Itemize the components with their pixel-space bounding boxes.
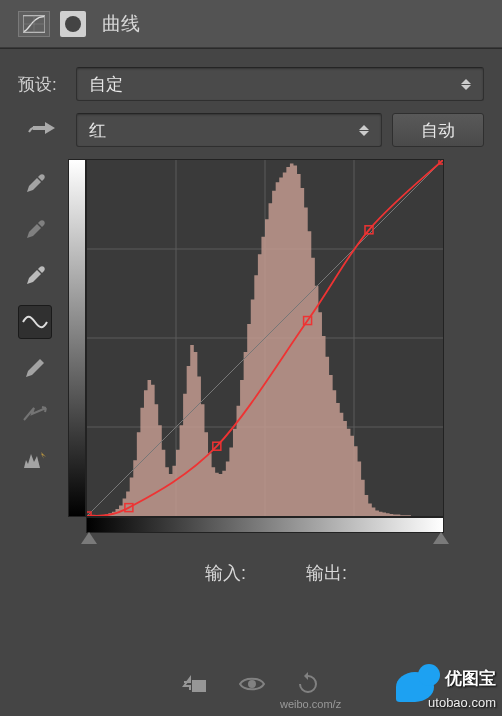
channel-dropdown[interactable]: 红: [76, 113, 382, 147]
input-label: 输入:: [205, 561, 246, 585]
curves-panel-icon: [18, 11, 50, 37]
curves-graph[interactable]: [86, 159, 444, 517]
histogram-clip-icon[interactable]: [18, 443, 52, 477]
chevron-updown-icon: [359, 122, 371, 138]
black-point-slider[interactable]: [81, 532, 97, 544]
preset-label: 预设:: [18, 73, 66, 96]
svg-point-17: [248, 680, 256, 688]
eyedropper-black-icon[interactable]: [18, 167, 52, 201]
panel-title: 曲线: [102, 11, 140, 37]
preset-value: 自定: [89, 73, 123, 96]
visibility-icon[interactable]: [238, 675, 266, 697]
output-gradient: [68, 159, 86, 517]
reset-icon[interactable]: [296, 672, 320, 700]
auto-button[interactable]: 自动: [392, 113, 484, 147]
watermark: 优图宝 utobao.com: [382, 661, 502, 716]
eyedropper-gray-icon[interactable]: [18, 213, 52, 247]
targeted-adjustment-icon[interactable]: [18, 118, 66, 142]
eyedropper-white-icon[interactable]: [18, 259, 52, 293]
svg-rect-16: [192, 680, 206, 692]
smooth-tool-icon[interactable]: [18, 397, 52, 431]
output-label: 输出:: [306, 561, 347, 585]
adjustment-layer-icon: [60, 11, 86, 37]
clip-to-layer-icon[interactable]: [182, 674, 208, 698]
pencil-tool-icon[interactable]: [18, 351, 52, 385]
preset-dropdown[interactable]: 自定: [76, 67, 484, 101]
weibo-watermark: weibo.com/z: [280, 698, 341, 710]
chevron-updown-icon: [461, 76, 473, 92]
white-point-slider[interactable]: [433, 532, 449, 544]
curve-edit-tool[interactable]: [18, 305, 52, 339]
input-gradient: [86, 517, 444, 533]
channel-value: 红: [89, 119, 106, 142]
